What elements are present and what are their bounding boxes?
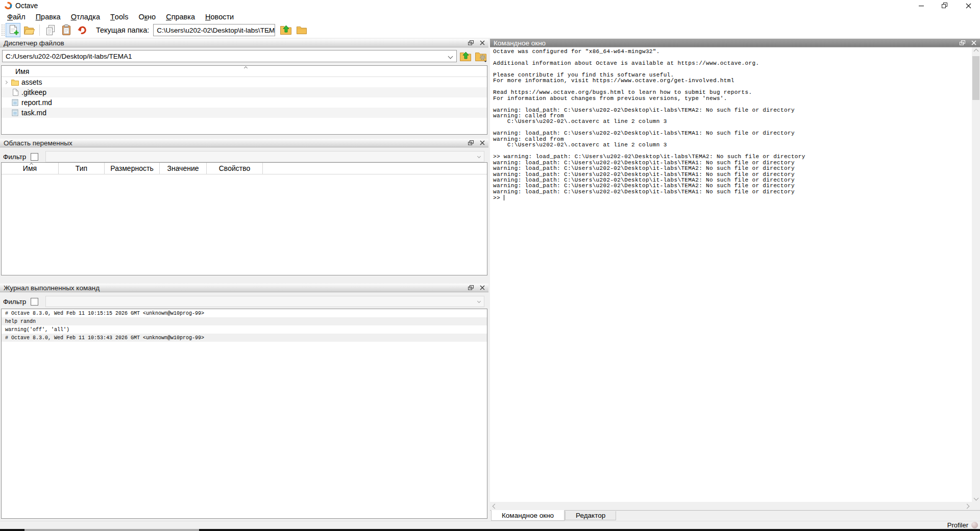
close-panel-button[interactable] <box>480 285 485 290</box>
filter-combobox[interactable] <box>45 296 484 307</box>
tab-editor[interactable]: Редактор <box>565 511 616 520</box>
menu-item-4[interactable]: Tools <box>105 11 133 22</box>
command-window-panel: Командное окно Octave was configured for… <box>490 38 980 521</box>
menu-item-7[interactable]: Новости <box>200 11 239 22</box>
folder-up-button[interactable] <box>278 23 293 37</box>
window-title: Octave <box>15 2 38 10</box>
close-panel-button[interactable] <box>480 140 485 145</box>
menu-item-5[interactable]: Окно <box>133 11 161 22</box>
open-button[interactable] <box>21 23 36 37</box>
file-row-report-md[interactable]: report.md <box>2 97 487 108</box>
taskbar-edge <box>0 529 980 531</box>
close-panel-button[interactable] <box>480 40 485 45</box>
menu-item-2[interactable]: Правка <box>31 11 66 22</box>
history-entry[interactable]: warning('off', 'all') <box>2 325 487 334</box>
restore-icon <box>942 3 948 9</box>
workspace-column-header-1[interactable]: Имя <box>2 163 59 174</box>
filter-combobox[interactable] <box>45 151 484 162</box>
history-entry[interactable]: # Octave 8.3.0, Wed Feb 11 10:15:15 2026… <box>2 309 487 317</box>
close-button[interactable] <box>957 0 980 11</box>
close-icon <box>480 285 485 290</box>
current-folder-combobox[interactable]: C:\Users\u202-02\Desktop\it-labs\TEMA1 <box>153 24 275 36</box>
undo-icon <box>77 24 88 36</box>
workspace-column-header-4[interactable]: Значение <box>160 163 207 174</box>
paste-button[interactable] <box>59 23 74 37</box>
current-folder-value: C:\Users\u202-02\Desktop\it-labs\TEMA1 <box>157 27 275 34</box>
workspace-table-header: ИмяТипРазмерностьЗначениеСвойство <box>2 163 487 174</box>
expander-icon[interactable] <box>2 81 10 84</box>
filter-checkbox[interactable] <box>31 298 38 306</box>
close-icon <box>966 3 971 9</box>
menu-item-6[interactable]: Справка <box>161 11 200 22</box>
minimize-button[interactable] <box>910 0 933 11</box>
vertical-scrollbar[interactable] <box>972 47 980 502</box>
close-panel-button[interactable] <box>971 40 976 45</box>
scroll-left-button[interactable] <box>491 502 499 510</box>
window-titlebar: Octave <box>0 0 980 11</box>
left-dock-area: Диспетчер файлов C:/Users/u202-02/Deskto… <box>0 38 488 521</box>
toolbar-separator <box>39 24 40 36</box>
history-entry[interactable]: # Octave 8.3.0, Wed Feb 11 10:53:43 2026… <box>2 334 487 342</box>
browse-folder-button[interactable] <box>294 23 309 37</box>
command-output: Octave was configured for "x86_64-w64-mi… <box>490 47 972 201</box>
undock-button[interactable] <box>468 140 474 145</box>
workspace-table: ИмяТипРазмерностьЗначениеСвойство <box>1 162 487 275</box>
fb-actions-button[interactable] <box>474 50 487 63</box>
file-list: Имя assets.gitkeepreport.mdtask.md <box>1 65 487 135</box>
text-cursor <box>504 195 504 200</box>
new-script-button[interactable] <box>6 23 20 37</box>
undo-button[interactable] <box>75 23 89 37</box>
file-path-value: C:/Users/u202-02/Desktop/it-labs/TEMA1 <box>6 53 132 60</box>
tab-command-window[interactable]: Командное окно <box>491 510 565 521</box>
text-file-icon <box>10 99 20 106</box>
filter-checkbox[interactable] <box>31 153 38 161</box>
sort-ascending-icon <box>243 66 247 70</box>
name-column-header[interactable]: Имя <box>2 66 487 77</box>
toolbar-drag-handle[interactable] <box>1 24 5 36</box>
scrollbar-corner <box>972 502 980 510</box>
file-row-task-md[interactable]: task.md <box>2 108 487 118</box>
undock-icon <box>468 285 474 290</box>
menu-item-1[interactable]: Файл <box>2 11 31 22</box>
workspace-title: Область переменных <box>4 139 72 147</box>
folder-icon <box>10 79 20 86</box>
fb-folder-up-button[interactable] <box>458 50 472 63</box>
workspace-column-header-5[interactable]: Свойство <box>207 163 263 174</box>
folder-icon <box>296 24 307 36</box>
scroll-up-button[interactable] <box>972 47 980 55</box>
scroll-down-button[interactable] <box>972 494 980 502</box>
history-titlebar[interactable]: Журнал выполненных команд <box>0 284 488 292</box>
chevron-down-icon <box>477 155 481 158</box>
file-row-assets[interactable]: assets <box>2 77 487 87</box>
workspace-column-header-3[interactable]: Размерность <box>105 163 160 174</box>
current-folder-label: Текущая папка: <box>96 26 149 34</box>
command-window-titlebar[interactable]: Командное окно <box>490 39 980 47</box>
command-window-output-area[interactable]: Octave was configured for "x86_64-w64-mi… <box>490 47 972 502</box>
command-window-title: Командное окно <box>494 39 546 47</box>
workspace-column-header-2[interactable]: Тип <box>59 163 105 174</box>
undock-button[interactable] <box>960 40 965 45</box>
name-column-label: Имя <box>15 67 29 75</box>
restore-button[interactable] <box>933 0 957 11</box>
command-tabbar: Командное окноРедактор <box>490 510 980 521</box>
undock-button[interactable] <box>468 285 474 290</box>
history-entry[interactable]: help randn <box>2 317 487 325</box>
file-path-combobox[interactable]: C:/Users/u202-02/Desktop/it-labs/TEMA1 <box>2 50 457 62</box>
folder-up-icon <box>459 51 472 62</box>
chevron-down-icon <box>448 54 453 59</box>
paste-icon <box>61 24 72 36</box>
file-browser-titlebar[interactable]: Диспетчер файлов <box>0 39 488 47</box>
chevron-down-icon <box>477 299 481 303</box>
file-list-body: assets.gitkeepreport.mdtask.md <box>2 77 487 118</box>
profiler-indicator-icon[interactable] <box>971 522 978 528</box>
horizontal-scrollbar[interactable] <box>490 502 972 510</box>
scrollbar-thumb[interactable] <box>972 56 979 100</box>
menu-item-3[interactable]: Отладка <box>66 11 105 22</box>
undock-button[interactable] <box>468 40 474 45</box>
copy-button[interactable] <box>43 23 58 37</box>
copy-icon <box>45 24 56 36</box>
menu-bar: ФайлПравкаОтладкаToolsОкноСправкаНовости <box>0 11 980 22</box>
scroll-right-button[interactable] <box>963 502 971 510</box>
file-row--gitkeep[interactable]: .gitkeep <box>2 87 487 97</box>
workspace-titlebar[interactable]: Область переменных <box>0 139 488 147</box>
